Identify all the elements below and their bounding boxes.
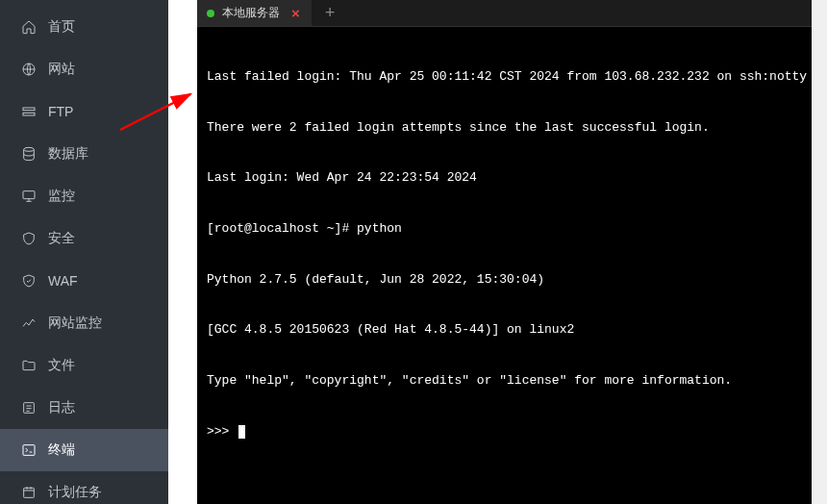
sidebar-item-label: 终端 [48,441,75,459]
sidebar-item-sitemonitor[interactable]: 网站监控 [0,302,168,344]
svg-rect-1 [23,108,35,111]
terminal-line: Python 2.7.5 (default, Jun 28 2022, 15:3… [207,271,817,289]
terminal-icon [21,442,37,458]
add-tab-button[interactable]: + [312,4,349,23]
tab-bar: 本地服务器 × + [197,0,827,27]
sidebar-item-terminal[interactable]: 终端 [0,429,168,471]
close-tab-icon[interactable]: × [288,5,304,21]
cursor-icon [238,425,245,439]
sidebar-item-label: 安全 [48,230,75,247]
log-icon [21,400,37,416]
sidebar-item-monitor[interactable]: 监控 [0,175,168,217]
sidebar-item-label: 网站监控 [48,315,102,332]
chart-icon [21,315,37,331]
sidebar-item-label: FTP [48,104,73,119]
svg-rect-2 [23,113,35,115]
sidebar: 首页 网站 FTP 数据库 监控 安全 WAF 网站监控 [0,0,168,504]
shield-icon [21,231,37,246]
sidebar-item-label: 计划任务 [48,484,102,501]
terminal-line: [root@localhost ~]# python [207,220,817,238]
sidebar-item-logs[interactable]: 日志 [0,387,168,429]
terminal-prompt: >>> [207,423,817,441]
terminal-line: Type "help", "copyright", "credits" or "… [207,372,817,390]
sidebar-item-waf[interactable]: WAF [0,260,168,302]
schedule-icon [21,485,37,500]
scrollbar[interactable] [812,0,827,504]
terminal-output[interactable]: Last failed login: Thu Apr 25 00:11:42 C… [197,27,827,504]
status-dot-icon [207,10,214,17]
sidebar-item-label: 首页 [48,18,75,36]
sidebar-item-label: WAF [48,273,78,289]
terminal-panel: 本地服务器 × + Last failed login: Thu Apr 25 … [197,0,827,504]
monitor-icon [21,189,37,204]
waf-icon [21,273,37,289]
sidebar-item-files[interactable]: 文件 [0,344,168,387]
sidebar-item-label: 监控 [48,188,75,205]
folder-icon [21,358,37,373]
database-icon [21,146,37,162]
svg-rect-6 [23,445,35,456]
terminal-line: There were 2 failed login attempts since… [207,119,817,137]
svg-point-3 [24,147,35,151]
home-icon [21,19,37,35]
sidebar-item-ftp[interactable]: FTP [0,90,168,133]
sidebar-item-label: 文件 [48,357,75,374]
svg-rect-4 [23,191,35,199]
tab-title: 本地服务器 [222,5,280,21]
sidebar-item-label: 日志 [48,399,75,416]
main-area: 本地服务器 × + Last failed login: Thu Apr 25 … [168,0,827,504]
sidebar-item-website[interactable]: 网站 [0,48,168,90]
terminal-line: [GCC 4.8.5 20150623 (Red Hat 4.8.5-44)] … [207,321,817,339]
ftp-icon [21,104,37,119]
terminal-line: Last login: Wed Apr 24 22:23:54 2024 [207,169,817,187]
terminal-line: Last failed login: Thu Apr 25 00:11:42 C… [207,68,817,86]
sidebar-item-security[interactable]: 安全 [0,217,168,260]
sidebar-item-label: 数据库 [48,145,88,163]
sidebar-item-database[interactable]: 数据库 [0,133,168,175]
sidebar-item-home[interactable]: 首页 [0,6,168,48]
globe-icon [21,62,37,77]
sidebar-item-label: 网站 [48,61,75,78]
terminal-tab[interactable]: 本地服务器 × [197,0,312,26]
sidebar-item-cron[interactable]: 计划任务 [0,471,168,504]
svg-rect-7 [24,488,35,497]
